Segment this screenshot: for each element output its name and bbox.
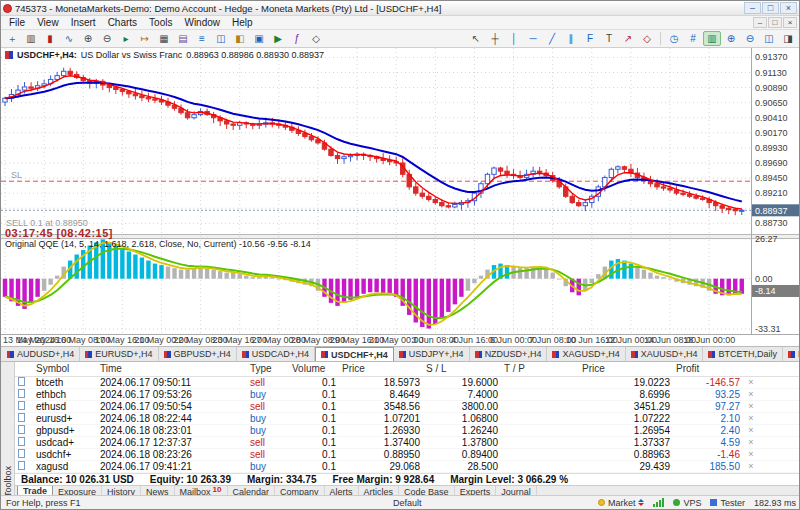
close-position-button[interactable]: × xyxy=(743,424,759,436)
restore-button[interactable]: □ xyxy=(762,2,779,14)
trendline-button[interactable]: ╱ xyxy=(543,31,561,46)
minimize-button[interactable]: – xyxy=(744,2,761,14)
crosshair-button[interactable]: ┼ xyxy=(486,31,504,46)
close-position-button[interactable]: × xyxy=(743,388,759,400)
vertical-line-button[interactable]: │ xyxy=(505,31,523,46)
objects-list-button[interactable]: ◇ xyxy=(307,31,325,46)
menu-insert[interactable]: Insert xyxy=(65,17,102,28)
position-row[interactable]: btceth2024.06.17 09:50:11sell0.118.59731… xyxy=(15,376,800,388)
new-order-button[interactable]: ＋ xyxy=(3,31,21,46)
toolbox-panel-button[interactable]: ▣ xyxy=(250,31,268,46)
chart-tab-audusd-h4[interactable]: AUDUSD+,H4 xyxy=(2,347,80,361)
column-header-s-l[interactable]: S / L xyxy=(423,362,501,376)
algo-trading-button[interactable]: ▶ xyxy=(269,31,287,46)
position-symbol: btceth xyxy=(33,376,97,388)
text-label-button[interactable]: T xyxy=(600,31,618,46)
column-header-volume[interactable]: Volume xyxy=(289,362,339,376)
menu-tools[interactable]: Tools xyxy=(143,17,178,28)
dock-panel-button[interactable]: ◨ xyxy=(779,31,797,46)
column-header-type[interactable]: Type xyxy=(247,362,289,376)
status-bar: For Help, press F1 Default Market VPS Te… xyxy=(1,495,800,509)
signal-strength-icon[interactable] xyxy=(653,498,664,507)
chart-tab-usdchf-h4[interactable]: USDCHF+,H4 xyxy=(315,347,394,361)
connection-latency[interactable]: 182.93 ms xyxy=(754,498,796,508)
menu-charts[interactable]: Charts xyxy=(102,17,143,28)
chart-tab-usdcad-h4[interactable]: USDCAD+,H4 xyxy=(237,347,315,361)
shape-objects-button[interactable]: ◇ xyxy=(638,31,656,46)
titlebar[interactable]: 745373 - MonetaMarkets-Demo: Demo Accoun… xyxy=(1,1,799,16)
child-restore-button[interactable]: □ xyxy=(768,17,782,28)
close-button[interactable]: × xyxy=(780,2,797,14)
arrange-windows-button[interactable]: ◫ xyxy=(760,31,778,46)
position-icon-cell xyxy=(15,376,33,388)
grid-toggle-button[interactable]: # xyxy=(684,31,702,46)
horizontal-line-button[interactable]: ─ xyxy=(524,31,542,46)
column-header-blank[interactable] xyxy=(743,362,759,376)
menu-window[interactable]: Window xyxy=(178,17,226,28)
tester-status[interactable]: Tester xyxy=(710,498,745,508)
navigator-button[interactable]: ◧ xyxy=(231,31,249,46)
child-close-button[interactable]: × xyxy=(783,17,797,28)
new-chart-button[interactable]: ▦ xyxy=(155,31,173,46)
position-volume: 0.1 xyxy=(289,424,339,436)
chart-tab-xagusd-h4[interactable]: XAGUSD+,H4 xyxy=(547,347,625,361)
column-header-t-p[interactable]: T / P xyxy=(501,362,579,376)
close-position-button[interactable]: × xyxy=(743,412,759,424)
zoom-out-button[interactable]: ⊖ xyxy=(98,31,116,46)
zoom-in-chart-button[interactable]: ⊕ xyxy=(722,31,740,46)
column-header-price[interactable]: Price xyxy=(339,362,423,376)
chart-tab-nzdusd-h4[interactable]: NZDUSD+,H4 xyxy=(470,347,548,361)
column-header-time[interactable]: Time xyxy=(97,362,247,376)
menu-view[interactable]: View xyxy=(31,17,65,28)
close-position-button[interactable]: × xyxy=(743,400,759,412)
zoom-out-chart-button[interactable]: ⊖ xyxy=(741,31,759,46)
chart-bars-button[interactable]: ▥ xyxy=(22,31,40,46)
cursor-button[interactable]: ↖ xyxy=(467,31,485,46)
chart-shift-button[interactable]: ↦ xyxy=(136,31,154,46)
child-minimize-button[interactable]: – xyxy=(753,17,767,28)
column-header-profit[interactable]: Profit xyxy=(673,362,743,376)
chart-tab-btcusd-daily[interactable]: BTCUSD,Daily xyxy=(783,347,800,361)
column-header-price[interactable]: Price xyxy=(579,362,673,376)
close-position-button[interactable]: × xyxy=(743,448,759,460)
indicators-list-button[interactable]: ƒ xyxy=(288,31,306,46)
close-position-button[interactable]: × xyxy=(743,436,759,448)
chart-tab-btceth-daily[interactable]: BTCETH,Daily xyxy=(703,347,783,361)
arrow-objects-button[interactable]: ↗ xyxy=(619,31,637,46)
chart-tab-gbpusd-h4[interactable]: GBPUSD+,H4 xyxy=(159,347,237,361)
position-row[interactable]: usdcad+2024.06.17 12:37:37sell0.11.37400… xyxy=(15,436,800,448)
position-row[interactable]: ethbch2024.06.17 09:53:26buy0.18.46497.4… xyxy=(15,388,800,400)
chart-canvas[interactable]: 0.913700.911300.908900.906500.904100.901… xyxy=(1,48,800,346)
period-clock-button[interactable]: ◷ xyxy=(665,31,683,46)
zoom-in-button[interactable]: ⊕ xyxy=(79,31,97,46)
close-position-button[interactable]: × xyxy=(743,460,759,472)
profiles-button[interactable]: ▤ xyxy=(174,31,192,46)
chart-candlesticks-button[interactable]: ▮ xyxy=(41,31,59,46)
toolbox-vertical-label[interactable]: Toolbox xyxy=(1,362,15,497)
position-row[interactable]: gbpusd+2024.06.18 08:23:01buy0.11.269301… xyxy=(15,424,800,436)
chart-mode-button[interactable]: ▥ xyxy=(703,31,721,46)
market-status[interactable]: Market xyxy=(598,498,645,508)
filler-cell xyxy=(759,376,800,388)
close-position-button[interactable]: × xyxy=(743,376,759,388)
fibonacci-button[interactable]: F xyxy=(581,31,599,46)
column-header-blank[interactable] xyxy=(15,362,33,376)
position-row[interactable]: eurusd+2024.06.18 08:22:44buy0.11.072011… xyxy=(15,412,800,424)
svg-text:0.90170: 0.90170 xyxy=(755,128,788,138)
menu-file[interactable]: File xyxy=(3,17,31,28)
auto-scroll-button[interactable]: ▸ xyxy=(117,31,135,46)
menu-help[interactable]: Help xyxy=(226,17,259,28)
equidistant-channel-button[interactable]: ∥ xyxy=(562,31,580,46)
profile-selector[interactable]: Default xyxy=(393,498,422,508)
market-watch-button[interactable]: ≡ xyxy=(193,31,211,46)
vps-status[interactable]: VPS xyxy=(673,498,701,508)
chart-tab-xauusd-h4[interactable]: XAUUSD+,H4 xyxy=(626,347,704,361)
chart-tab-usdjpy-h4[interactable]: USDJPY+,H4 xyxy=(394,347,470,361)
chart-tab-eurusd-h4[interactable]: EURUSD+,H4 xyxy=(80,347,158,361)
position-row[interactable]: xagusd2024.06.17 09:41:21buy0.129.06828.… xyxy=(15,460,800,472)
chart-line-button[interactable]: ∿ xyxy=(60,31,78,46)
data-window-button[interactable]: ◫ xyxy=(212,31,230,46)
column-header-symbol[interactable]: Symbol xyxy=(33,362,97,376)
position-row[interactable]: ethusd2024.06.17 09:50:54sell0.13548.563… xyxy=(15,400,800,412)
position-row[interactable]: usdchf+2024.06.18 08:23:26sell0.10.88950… xyxy=(15,448,800,460)
